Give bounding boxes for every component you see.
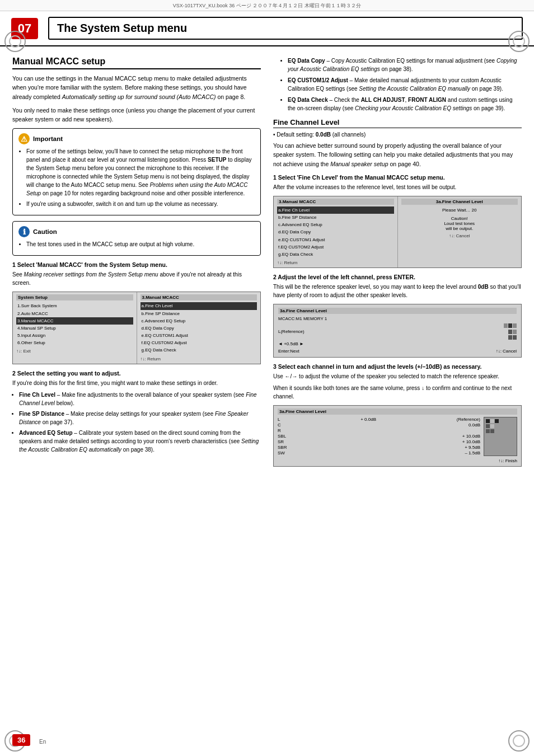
screen-fcl-right: 3a.Fine Channel Level Please Wait… 20 Ca… — [398, 196, 522, 267]
mm-item-7: g.EQ Data Check — [140, 346, 257, 354]
level-title: 3a.Fine Channel Level — [278, 308, 517, 314]
right-bullet-2: EQ CUSTOM1/2 Adjust – Make detailed manu… — [288, 76, 522, 93]
file-info-text: VSX-1017TXV_KU.book 36 ページ ２００７年４月１２日 木曜… — [173, 3, 362, 8]
chapter-header: 07 The System Setup menu — [0, 11, 534, 46]
mm-item-1: a.Fine Ch Level — [140, 302, 257, 309]
fcl-right-title: 3a.Fine Channel Level — [401, 199, 518, 205]
val-sbr: + 9.5dB — [465, 445, 480, 450]
fcl-step3-heading: 3 Select each channel in turn and adjust… — [273, 363, 522, 370]
ss-item-4: 4.Manual SP Setup — [16, 325, 133, 332]
important-header: ⚠ Important — [18, 133, 255, 144]
ch-c: C — [278, 422, 281, 428]
level-nav-cancel: ↑↓: Cancel — [496, 349, 517, 354]
level-ref-row: L(Reference) — [278, 323, 517, 340]
level-bars — [315, 323, 517, 340]
screen-panel-manual-mcacc: 3.Manual MCACC a.Fine Ch Level b.Fine SP… — [137, 292, 261, 363]
page: VSX-1017TXV_KU.book 36 ページ ２００７年４月１２日 木曜… — [0, 0, 534, 756]
step2-heading: 2 Select the setting you want to adjust. — [12, 370, 261, 377]
important-box: ⚠ Important For some of the settings bel… — [12, 128, 261, 215]
ch-r: R — [278, 428, 281, 433]
detail-nav: ↑↓: Finish — [278, 458, 517, 463]
right-column: EQ Data Copy – Copy Acoustic Calibration… — [273, 57, 522, 471]
fcl-section-title: Fine Channel Level — [273, 118, 522, 128]
caution-item-1: The test tones used in the MCACC setup a… — [26, 240, 255, 248]
mm-nav: ↑↓: Return — [140, 356, 257, 361]
caution-list: The test tones used in the MCACC setup a… — [18, 240, 255, 248]
fcl-left-item2: b.Fine SP Distance — [277, 214, 394, 221]
seg — [490, 429, 494, 433]
seg — [504, 323, 508, 328]
ss-item-1: 1.Surr Back System — [16, 302, 133, 309]
seg — [508, 335, 512, 340]
screen-level: 3a.Fine Channel Level MCACC:M1 MEMORY 1 … — [273, 304, 522, 358]
page-lang: En — [39, 739, 46, 745]
detail-row-r: R — [278, 428, 480, 433]
fcl-body1: You can achieve better surround sound by… — [273, 141, 522, 168]
val-c: 0.0dB — [469, 422, 480, 428]
level-value-row: ◄ +0.5dB ► — [278, 341, 517, 346]
right-bullet-list: EQ Data Copy – Copy Acoustic Calibration… — [280, 57, 522, 112]
screen-system-setup: System Setup 1.Surr Back System 2.Auto M… — [12, 292, 261, 364]
fcl-right-nav: ↑↓: Cancel — [401, 233, 518, 238]
fcl-step2-body: This will be the reference speaker level… — [273, 283, 522, 299]
system-setup-title: System Setup — [16, 294, 133, 300]
bar-row-2 — [486, 424, 515, 428]
bar-row-1 — [486, 419, 515, 423]
detail-row-sr: SR + 10.0dB — [278, 439, 480, 444]
detail-row-sbr: SBR + 9.5dB — [278, 445, 480, 450]
seg — [486, 419, 490, 423]
ch-l: L — [278, 417, 280, 422]
caution-label: Caution — [33, 228, 57, 235]
fcl-step3-body2: When it sounds like both tones are the s… — [273, 384, 522, 401]
detail-row-l: L + 0.0dB (Reference) — [278, 417, 480, 422]
level-nav-row: Enter:Next ↑↓: Cancel — [278, 349, 517, 354]
step2-bullet-3: Advanced EQ Setup – Calibrate your syste… — [19, 429, 261, 454]
manual-mcacc-title: 3.Manual MCACC — [140, 294, 257, 300]
fcl-left-title: 3.Manual MCACC — [277, 199, 394, 205]
detail-title: 3a.Fine Channel Level — [278, 408, 517, 415]
ss-item-6: 6.Other Setup — [16, 339, 133, 346]
seg — [508, 323, 512, 328]
corner-decoration-br — [508, 730, 530, 752]
seg — [490, 424, 494, 428]
screen-fcl-left: 3.Manual MCACC a.Fine Ch Level b.Fine SP… — [274, 196, 398, 267]
seg — [486, 424, 490, 428]
right-bullet-3: EQ Data Check – Check the ALL CH ADJUST,… — [288, 96, 522, 112]
fcl-step2-heading: 2 Adjust the level of the left channel, … — [273, 274, 522, 280]
step1-body: See Making receiver settings from the Sy… — [12, 270, 261, 287]
level-ref-label: L(Reference) — [278, 329, 312, 334]
fcl-left-item4: d.EQ Data Copy — [277, 228, 394, 236]
intro-para-1: You can use the settings in the Manual M… — [12, 74, 261, 101]
level-bar-top — [504, 323, 517, 328]
step2-bullet-list: Fine Ch Level – Make fine adjustments to… — [19, 391, 261, 454]
mm-item-2: b.Fine SP Distance — [140, 310, 257, 317]
important-item-1: For some of the settings below, you'll h… — [26, 147, 255, 198]
fcl-step1-heading: 1 Select 'Fine Ch Level' from the Manual… — [273, 174, 522, 181]
detail-row-sw: SW – 1.5dB — [278, 450, 480, 456]
screen-fcl-wait: 3.Manual MCACC a.Fine Ch Level b.Fine SP… — [273, 196, 522, 268]
step2-bullet-1: Fine Ch Level – Make fine adjustments to… — [19, 391, 261, 407]
val-l: + 0.0dB — [360, 417, 376, 422]
step2-body: If you're doing this for the first time,… — [12, 379, 261, 387]
ss-nav: ↑↓: Exit — [16, 349, 133, 354]
intro-para-2: You only need to make these settings onc… — [12, 106, 261, 124]
important-icon: ⚠ — [18, 133, 30, 144]
seg — [490, 419, 494, 423]
chapter-title: The System Setup menu — [57, 22, 187, 34]
fcl-step1-body: After the volume increases to the refere… — [273, 183, 522, 191]
ref-l: (Reference) — [457, 417, 480, 422]
important-list: For some of the settings below, you'll h… — [18, 147, 255, 208]
screen-panel-system-setup: System Setup 1.Surr Back System 2.Auto M… — [13, 292, 137, 363]
ss-item-3: 3.Manual MCACC — [16, 317, 133, 325]
section-title: Manual MCACC setup — [12, 57, 261, 69]
ch-sbr: SBR — [278, 445, 287, 450]
ch-sbl: SBL — [278, 434, 286, 439]
corner-decoration-tr — [508, 31, 530, 52]
fcl-step3-body1: Use ←/→ to adjust the volume of the spea… — [273, 372, 522, 381]
seg — [495, 419, 499, 423]
ch-sw: SW — [278, 450, 285, 456]
fcl-left-item6: f.EQ CUSTOM2 Adjust — [277, 243, 394, 251]
detail-left: L + 0.0dB (Reference) C 0.0dB R SBL — [278, 417, 480, 456]
detail-content: L + 0.0dB (Reference) C 0.0dB R SBL — [278, 417, 517, 456]
screen-detail: 3a.Fine Channel Level L + 0.0dB (Referen… — [273, 405, 522, 467]
